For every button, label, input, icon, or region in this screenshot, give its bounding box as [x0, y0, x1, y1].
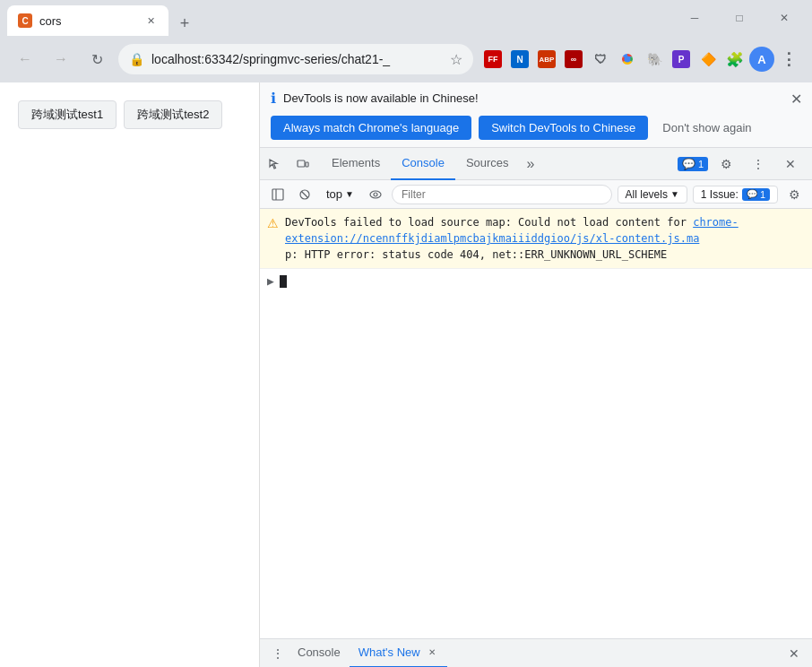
- puzzle-icon: 🧩: [726, 51, 744, 68]
- back-button: ←: [11, 45, 39, 74]
- devtools-settings-button[interactable]: ⚙: [713, 152, 739, 177]
- element-picker-button[interactable]: [262, 152, 287, 177]
- console-badge: 💬 1: [678, 157, 708, 171]
- warning-link[interactable]: chrome-extension://ncennffkjdiamlpmcbajk…: [285, 216, 739, 245]
- warning-message: ⚠ DevTools failed to load source map: Co…: [260, 209, 812, 269]
- cursor-icon: [268, 158, 281, 170]
- svg-line-7: [302, 191, 308, 197]
- filter-input[interactable]: [392, 185, 612, 204]
- tab-sources[interactable]: Sources: [455, 148, 520, 180]
- main-area: 跨域测试test1 跨域测试test2 ℹ DevTools is now av…: [0, 82, 812, 667]
- page-content: 跨域测试test1 跨域测试test2: [0, 82, 260, 667]
- extensions-button[interactable]: 🧩: [722, 47, 747, 72]
- switch-devtools-button[interactable]: Switch DevTools to Chinese: [479, 116, 648, 140]
- live-expressions-button[interactable]: [365, 184, 386, 205]
- test1-button[interactable]: 跨域测试test1: [18, 100, 117, 129]
- bottom-right-controls: ✕: [783, 643, 805, 664]
- console-prompt: ▶: [267, 274, 274, 288]
- notification-content: ℹ DevTools is now available in Chinese! …: [271, 90, 781, 140]
- devtools-more-button[interactable]: ⋮: [746, 152, 771, 177]
- test2-button[interactable]: 跨域测试test2: [124, 100, 222, 129]
- chat-icon: 💬: [682, 158, 695, 170]
- console-toolbar: top ▼ All levels ▼ 1 Issue:: [260, 180, 812, 209]
- console-clear-button[interactable]: [294, 184, 315, 205]
- bookmark-icon[interactable]: ☆: [450, 51, 462, 68]
- new-tab-button[interactable]: +: [172, 11, 197, 36]
- tab-favicon: C: [18, 13, 32, 28]
- ext-purple-p-icon[interactable]: P: [669, 47, 694, 72]
- bottom-console-tab[interactable]: Console: [289, 639, 350, 668]
- warning-text: DevTools failed to load source map: Coul…: [285, 214, 805, 263]
- tab-console[interactable]: Console: [391, 148, 455, 180]
- context-dropdown[interactable]: top ▼: [321, 186, 359, 203]
- svg-rect-2: [298, 160, 305, 167]
- ext-abp-icon[interactable]: ABP: [534, 47, 559, 72]
- forward-button: →: [47, 45, 75, 74]
- warning-icon: ⚠: [267, 216, 279, 230]
- tab-overflow-button[interactable]: »: [520, 156, 542, 172]
- ext-chrome-icon[interactable]: [615, 47, 640, 72]
- ext-elephant-icon[interactable]: 🐘: [642, 47, 667, 72]
- dont-show-button[interactable]: Don't show again: [655, 116, 758, 140]
- chat-icon2: 💬: [747, 189, 757, 199]
- address-bar: ← → ↻ 🔒 localhost:63342/springmvc-series…: [0, 36, 812, 82]
- bottom-console-label: Console: [298, 645, 341, 659]
- chrome-window: C cors ✕ + ─ □ ✕ ← → ↻ 🔒 localhost:63342…: [0, 0, 812, 667]
- console-sidebar-button[interactable]: [267, 184, 289, 205]
- tab-elements[interactable]: Elements: [321, 148, 391, 180]
- notification-close-button[interactable]: ✕: [787, 90, 805, 108]
- issues-button[interactable]: 1 Issue: 💬 1: [693, 186, 778, 204]
- sidebar-icon: [272, 188, 284, 201]
- tab-strip: C cors ✕ +: [7, 0, 674, 36]
- bottom-whats-new-tab[interactable]: What's New ✕: [350, 639, 447, 668]
- devtools-close-button[interactable]: ✕: [778, 152, 803, 177]
- svg-rect-4: [272, 189, 283, 200]
- devtools-right-icons: 💬 1 ⚙ ⋮ ✕: [678, 152, 805, 177]
- always-match-button[interactable]: Always match Chrome's language: [271, 116, 471, 140]
- console-settings-button[interactable]: ⚙: [783, 184, 805, 205]
- whats-new-close-button[interactable]: ✕: [426, 646, 438, 659]
- devtools-notification: ℹ DevTools is now available in Chinese! …: [260, 82, 812, 148]
- ext-red-icon[interactable]: ∞: [561, 47, 586, 72]
- address-input-wrap[interactable]: 🔒 localhost:63342/springmvc-series/chat2…: [118, 44, 473, 74]
- log-levels-dropdown[interactable]: All levels ▼: [618, 186, 687, 204]
- bottom-dots-button[interactable]: ⋮: [267, 643, 289, 664]
- ext-shield-icon[interactable]: 🛡: [588, 47, 613, 72]
- bottom-close-button[interactable]: ✕: [783, 643, 805, 664]
- devtools-tabs: Elements Console Sources »: [321, 148, 678, 180]
- title-bar: C cors ✕ + ─ □ ✕: [0, 0, 812, 36]
- ext-blue-icon[interactable]: N: [507, 47, 532, 72]
- chrome-menu-button[interactable]: ⋮: [776, 47, 801, 72]
- lock-icon: 🔒: [129, 52, 144, 66]
- ext-ff-icon[interactable]: FF: [480, 47, 505, 72]
- minimize-button[interactable]: ─: [674, 4, 715, 32]
- issues-label: 1 Issue:: [701, 188, 739, 201]
- window-controls: ─ □ ✕: [674, 4, 805, 32]
- console-input-row: ▶: [260, 269, 812, 293]
- svg-point-1: [625, 56, 631, 63]
- bottom-whats-new-label: What's New: [358, 645, 420, 659]
- context-label: top: [326, 187, 342, 201]
- device-toolbar-button[interactable]: [290, 152, 315, 177]
- badge-count: 1: [698, 159, 704, 169]
- reload-button[interactable]: ↻: [82, 45, 111, 74]
- devtools-toolbar: Elements Console Sources » 💬 1 ⚙ ⋮ ✕: [260, 148, 812, 180]
- notification-buttons: Always match Chrome's language Switch De…: [271, 116, 759, 140]
- tab-title: cors: [39, 14, 136, 28]
- console-cursor: [280, 275, 287, 288]
- device-icon: [297, 158, 309, 170]
- eye-icon: [369, 189, 382, 200]
- devtools-panel: ℹ DevTools is now available in Chinese! …: [260, 82, 812, 667]
- maximize-button[interactable]: □: [719, 4, 760, 32]
- devtools-bottom-bar: ⋮ Console What's New ✕ ✕: [260, 638, 812, 667]
- issues-count: 1: [760, 189, 765, 200]
- ext-orange-icon[interactable]: 🔶: [695, 47, 721, 72]
- profile-button[interactable]: A: [749, 47, 774, 72]
- chrome-logo-icon: [618, 50, 636, 68]
- tab-close-button[interactable]: ✕: [143, 13, 158, 28]
- active-tab[interactable]: C cors ✕: [7, 5, 168, 36]
- svg-rect-3: [306, 162, 308, 167]
- address-text: localhost:63342/springmvc-series/chat21-…: [151, 52, 443, 66]
- window-close-button[interactable]: ✕: [764, 4, 805, 32]
- levels-label: All levels: [626, 188, 668, 201]
